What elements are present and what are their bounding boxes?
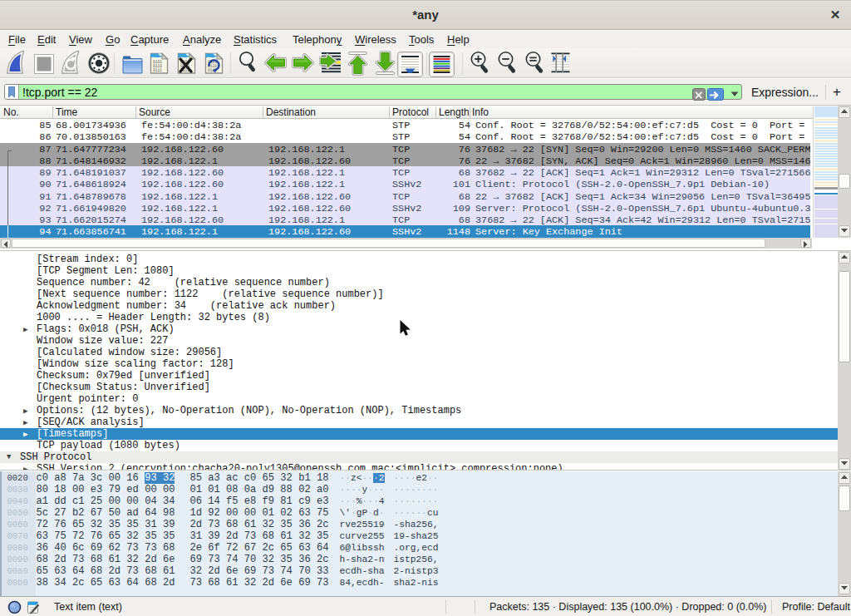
svg-text:0111: 0111	[153, 68, 162, 72]
